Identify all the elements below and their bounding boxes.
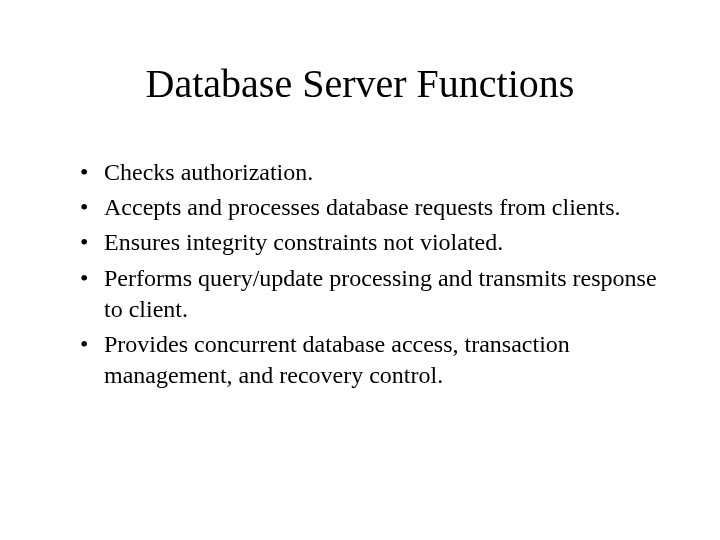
list-item: Ensures integrity constraints not violat… <box>80 227 660 258</box>
list-item: Provides concurrent database access, tra… <box>80 329 660 391</box>
list-item: Checks authorization. <box>80 157 660 188</box>
list-item: Accepts and processes database requests … <box>80 192 660 223</box>
bullet-list: Checks authorization. Accepts and proces… <box>60 157 660 391</box>
slide-title: Database Server Functions <box>60 60 660 107</box>
list-item: Performs query/update processing and tra… <box>80 263 660 325</box>
